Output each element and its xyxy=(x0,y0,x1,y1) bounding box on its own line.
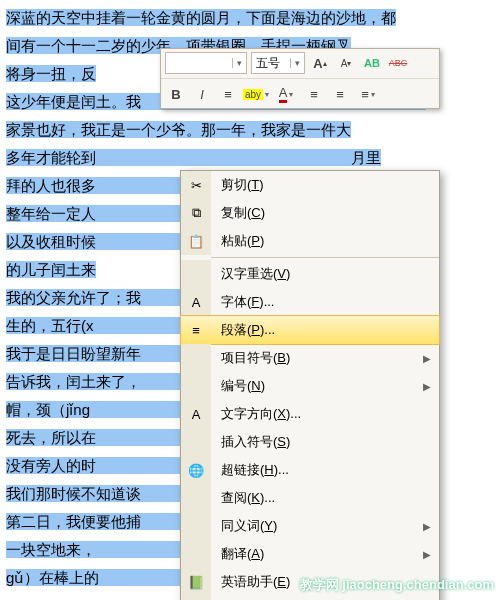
menu-item[interactable]: 🌐超链接(H)... xyxy=(181,456,439,484)
menu-label: 翻译(A) xyxy=(211,545,423,563)
menu-label: 编号(N) xyxy=(211,377,423,395)
menu-item[interactable]: 查阅(K)... xyxy=(181,484,439,512)
menu-icon: ⧉ xyxy=(181,199,211,227)
menu-icon xyxy=(181,260,211,288)
menu-label: 超链接(H)... xyxy=(211,461,439,479)
menu-icon xyxy=(181,372,211,400)
clear-format-button[interactable]: ABC xyxy=(387,52,409,74)
menu-separator xyxy=(211,257,439,258)
highlight-button[interactable]: aby▾ xyxy=(243,83,269,105)
menu-label: 字体(F)... xyxy=(211,293,439,311)
menu-icon xyxy=(181,512,211,540)
menu-label: 查阅(K)... xyxy=(211,489,439,507)
menu-item[interactable]: 编号(N)▶ xyxy=(181,372,439,400)
align-button[interactable]: ≡ xyxy=(217,83,239,105)
menu-label: 插入符号(S) xyxy=(211,433,439,451)
menu-icon xyxy=(181,484,211,512)
menu-item[interactable]: 样式(T)▶ xyxy=(181,596,439,600)
increase-indent-button[interactable]: ≡ xyxy=(329,83,351,105)
menu-item[interactable]: A字体(F)... xyxy=(181,288,439,316)
menu-icon: 📋 xyxy=(181,227,211,255)
context-menu: ✂剪切(T)⧉复制(C)📋粘贴(P)汉字重选(V)A字体(F)...≡段落(P)… xyxy=(180,170,440,600)
submenu-arrow-icon: ▶ xyxy=(423,549,439,560)
bullet-list-button[interactable]: ≡▾ xyxy=(355,83,381,105)
menu-item[interactable]: ⧉复制(C) xyxy=(181,199,439,227)
menu-icon xyxy=(181,540,211,568)
grow-font-button[interactable]: A▴ xyxy=(309,52,331,74)
menu-item[interactable]: A文字方向(X)... xyxy=(181,400,439,428)
menu-label: 文字方向(X)... xyxy=(211,405,439,423)
menu-item[interactable]: 汉字重选(V) xyxy=(181,260,439,288)
menu-icon: ✂ xyxy=(181,171,211,199)
menu-label: 同义词(Y) xyxy=(211,517,423,535)
menu-item[interactable]: 同义词(Y)▶ xyxy=(181,512,439,540)
decrease-indent-button[interactable]: ≡ xyxy=(303,83,325,105)
menu-icon: ≡ xyxy=(181,316,211,344)
menu-icon: A xyxy=(181,288,211,316)
menu-icon: A xyxy=(181,400,211,428)
watermark: 教学网 jiaocheng.chendian.com xyxy=(300,576,494,594)
menu-label: 汉字重选(V) xyxy=(211,265,439,283)
text-line: 深蓝的天空中挂着一轮金黄的圆月，下面是海边的沙地，都 xyxy=(6,4,494,32)
menu-item[interactable]: ✂剪切(T) xyxy=(181,171,439,199)
menu-item[interactable]: 插入符号(S) xyxy=(181,428,439,456)
menu-icon: 📗 xyxy=(181,568,211,596)
shrink-font-button[interactable]: A▾ xyxy=(335,52,357,74)
menu-label: 复制(C) xyxy=(211,204,439,222)
font-combo[interactable]: ▾ xyxy=(165,52,247,74)
bold-button[interactable]: B xyxy=(165,83,187,105)
menu-icon: 🌐 xyxy=(181,456,211,484)
size-combo[interactable]: 五号▾ xyxy=(251,52,305,74)
submenu-arrow-icon: ▶ xyxy=(423,353,439,364)
menu-item[interactable]: 📋粘贴(P) xyxy=(181,227,439,255)
menu-icon xyxy=(181,344,211,372)
menu-item[interactable]: 翻译(A)▶ xyxy=(181,540,439,568)
menu-label: 段落(P)... xyxy=(211,321,439,339)
text-line: 多年才能轮到 月里 xyxy=(6,144,494,172)
submenu-arrow-icon: ▶ xyxy=(423,521,439,532)
italic-button[interactable]: I xyxy=(191,83,213,105)
menu-label: 剪切(T) xyxy=(211,176,439,194)
menu-label: 粘贴(P) xyxy=(211,232,439,250)
menu-icon xyxy=(181,596,211,600)
mini-toolbar: ▾ 五号▾ A▴ A▾ AB ABC B I ≡ aby▾ A▾ ≡ ≡ ≡▾ xyxy=(160,48,440,109)
font-color-button[interactable]: A▾ xyxy=(273,83,299,105)
menu-icon xyxy=(181,428,211,456)
menu-item[interactable]: 项目符号(B)▶ xyxy=(181,344,439,372)
text-line: 家景也好，我正是一个少爷。那一年，我家是一件大 xyxy=(6,116,494,144)
menu-item[interactable]: ≡段落(P)... xyxy=(181,316,439,344)
menu-label: 项目符号(B) xyxy=(211,349,423,367)
styles-button[interactable]: AB xyxy=(361,52,383,74)
submenu-arrow-icon: ▶ xyxy=(423,381,439,392)
